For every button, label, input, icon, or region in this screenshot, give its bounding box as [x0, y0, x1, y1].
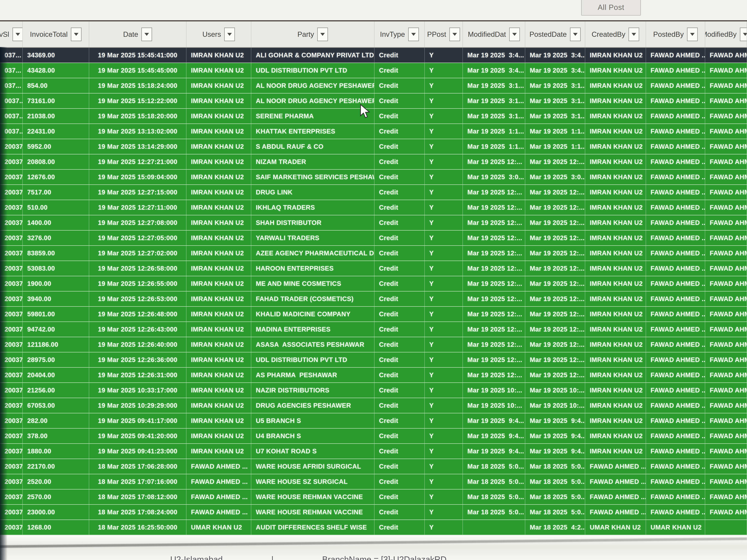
cell-posted[interactable]: Mar 19 2025 12:...: [525, 352, 585, 367]
cell-modified[interactable]: Mar 19 2025 12:...: [463, 307, 525, 321]
cell-ppost[interactable]: Y: [425, 368, 463, 382]
cell-modified[interactable]: Mar 19 2025 3:4...: [463, 63, 525, 78]
cell-invtype[interactable]: Credit: [375, 429, 425, 443]
cell-createdby[interactable]: IMRAN KHAN U2: [585, 94, 646, 108]
cell-total[interactable]: 20404.00: [23, 368, 89, 382]
cell-modifiedby[interactable]: FAWAD AHMED ...: [705, 383, 747, 398]
cell-invtype[interactable]: Credit: [375, 78, 425, 93]
cell-ppost[interactable]: Y: [425, 489, 463, 504]
cell-posted[interactable]: Mar 19 2025 12:...: [525, 215, 585, 230]
cell-createdby[interactable]: IMRAN KHAN U2: [585, 109, 646, 124]
table-row[interactable]: 037...854.0019 Mar 2025 15:18:24:000IMRA…: [0, 78, 747, 94]
cell-posted[interactable]: Mar 18 2025 4:2...: [525, 520, 585, 535]
cell-posted[interactable]: Mar 19 2025 12:...: [525, 322, 585, 337]
cell-createdby[interactable]: IMRAN KHAN U2: [585, 276, 646, 291]
cell-total[interactable]: 1268.00: [23, 520, 89, 535]
cell-party[interactable]: U4 BRANCH S: [251, 429, 375, 443]
cell-ppost[interactable]: Y: [425, 154, 463, 169]
cell-postedby[interactable]: FAWAD AHMED ...: [646, 124, 705, 139]
cell-modified[interactable]: Mar 18 2025 5:0...: [463, 474, 525, 489]
cell-postedby[interactable]: FAWAD AHMED ...: [646, 231, 705, 245]
cell-total[interactable]: 22170.00: [23, 459, 89, 474]
cell-party[interactable]: ASASA ASSOCIATES PESHAWAR: [251, 337, 375, 352]
cell-date[interactable]: 19 Mar 2025 15:18:24:000: [89, 78, 186, 93]
cell-postedby[interactable]: FAWAD AHMED ...: [646, 48, 705, 62]
table-row[interactable]: 20037...2520.0018 Mar 2025 17:07:16:000F…: [0, 474, 747, 489]
cell-ppost[interactable]: Y: [425, 276, 463, 291]
table-row[interactable]: 20037...1880.0019 Mar 2025 09:41:23:000I…: [0, 444, 747, 459]
cell-total[interactable]: 28975.00: [23, 352, 89, 367]
table-row[interactable]: 20037...3940.0019 Mar 2025 12:26:53:000I…: [0, 292, 747, 307]
cell-createdby[interactable]: UMAR KHAN U2: [585, 520, 646, 535]
cell-user[interactable]: IMRAN KHAN U2: [186, 352, 251, 367]
cell-user[interactable]: IMRAN KHAN U2: [186, 139, 251, 154]
cell-invtype[interactable]: Credit: [375, 489, 425, 504]
cell-postedby[interactable]: FAWAD AHMED ...: [646, 322, 705, 337]
cell-user[interactable]: IMRAN KHAN U2: [186, 94, 251, 108]
filter-dropdown-icon[interactable]: [509, 28, 520, 41]
cell-ppost[interactable]: Y: [425, 429, 463, 443]
cell-createdby[interactable]: FAWAD AHMED ...: [585, 459, 646, 474]
cell-postedby[interactable]: FAWAD AHMED ...: [646, 489, 705, 504]
table-row[interactable]: 20037...20404.0019 Mar 2025 12:26:31:000…: [0, 368, 747, 383]
table-row[interactable]: 20037...282.0019 Mar 2025 09:41:17:000IM…: [0, 414, 747, 429]
cell-total[interactable]: 5952.00: [23, 139, 89, 154]
cell-total[interactable]: 1400.00: [23, 215, 89, 230]
cell-party[interactable]: KHATTAK ENTERPRISES: [251, 124, 375, 139]
cell-invtype[interactable]: Credit: [375, 368, 425, 382]
cell-modifiedby[interactable]: FAWAD AHMED ...: [705, 489, 747, 504]
cell-ppost[interactable]: Y: [425, 246, 463, 261]
cell-posted[interactable]: Mar 19 2025 12:...: [525, 337, 585, 352]
cell-postedby[interactable]: FAWAD AHMED ...: [646, 307, 705, 321]
cell-invtype[interactable]: Credit: [375, 383, 425, 398]
cell-date[interactable]: 19 Mar 2025 12:26:40:000: [89, 337, 186, 352]
cell-modified[interactable]: Mar 18 2025 5:0...: [463, 489, 525, 504]
cell-party[interactable]: FAHAD TRADER (COSMETICS): [251, 292, 375, 306]
cell-date[interactable]: 19 Mar 2025 09:41:20:000: [89, 429, 186, 443]
cell-posted[interactable]: Mar 19 2025 1:1...: [525, 139, 585, 154]
cell-party[interactable]: U7 KOHAT ROAD S: [251, 444, 375, 458]
cell-party[interactable]: AL NOOR DRUG AGENCY PESHAWER: [251, 78, 375, 93]
table-row[interactable]: 20037...7517.0019 Mar 2025 12:27:15:000I…: [0, 185, 747, 200]
cell-createdby[interactable]: IMRAN KHAN U2: [585, 215, 646, 230]
cell-total[interactable]: 20808.00: [23, 154, 89, 169]
cell-total[interactable]: 2520.00: [23, 474, 89, 489]
cell-postedby[interactable]: FAWAD AHMED ...: [646, 444, 705, 458]
cell-user[interactable]: IMRAN KHAN U2: [186, 231, 251, 245]
cell-modifiedby[interactable]: FAWAD AHMED ...: [705, 94, 747, 108]
cell-party[interactable]: ME AND MINE COSMETICS: [251, 276, 375, 291]
cell-date[interactable]: 19 Mar 2025 12:26:55:000: [89, 276, 186, 291]
cell-ppost[interactable]: Y: [425, 520, 463, 535]
all-post-button[interactable]: All Post: [581, 0, 641, 16]
cell-date[interactable]: 19 Mar 2025 12:27:05:000: [89, 231, 186, 245]
cell-invtype[interactable]: Credit: [375, 292, 425, 306]
table-row[interactable]: 20037...378.0019 Mar 2025 09:41:20:000IM…: [0, 429, 747, 444]
cell-party[interactable]: YARWALI TRADERS: [251, 231, 375, 245]
cell-total[interactable]: 83859.00: [23, 246, 89, 261]
cell-createdby[interactable]: FAWAD AHMED ...: [585, 474, 646, 489]
cell-party[interactable]: NIZAM TRADER: [251, 154, 375, 169]
cell-user[interactable]: IMRAN KHAN U2: [186, 154, 251, 169]
cell-date[interactable]: 19 Mar 2025 12:26:58:000: [89, 261, 186, 276]
cell-date[interactable]: 18 Mar 2025 17:06:28:000: [89, 459, 186, 474]
cell-user[interactable]: IMRAN KHAN U2: [186, 78, 251, 93]
cell-invtype[interactable]: Credit: [375, 246, 425, 261]
cell-ppost[interactable]: Y: [425, 322, 463, 337]
cell-modified[interactable]: Mar 19 2025 1:1...: [463, 124, 525, 139]
cell-posted[interactable]: Mar 18 2025 5:0...: [525, 505, 585, 519]
cell-ppost[interactable]: Y: [425, 414, 463, 428]
cell-modified[interactable]: Mar 19 2025 3:1...: [463, 109, 525, 124]
cell-user[interactable]: IMRAN KHAN U2: [186, 48, 251, 62]
cell-createdby[interactable]: IMRAN KHAN U2: [585, 352, 646, 367]
cell-modified[interactable]: Mar 19 2025 12:...: [463, 185, 525, 199]
cell-postedby[interactable]: FAWAD AHMED ...: [646, 352, 705, 367]
cell-invtype[interactable]: Credit: [375, 231, 425, 245]
cell-invtype[interactable]: Credit: [375, 154, 425, 169]
table-row[interactable]: 20037...83859.0019 Mar 2025 12:27:02:000…: [0, 246, 747, 261]
cell-total[interactable]: 510.00: [23, 200, 89, 215]
cell-date[interactable]: 19 Mar 2025 12:27:15:000: [89, 185, 186, 199]
cell-postedby[interactable]: FAWAD AHMED ...: [646, 200, 705, 215]
cell-invtype[interactable]: Credit: [375, 170, 425, 184]
cell-posted[interactable]: Mar 19 2025 12:...: [525, 231, 585, 245]
cell-modifiedby[interactable]: FAWAD AHMED ...: [705, 398, 747, 413]
